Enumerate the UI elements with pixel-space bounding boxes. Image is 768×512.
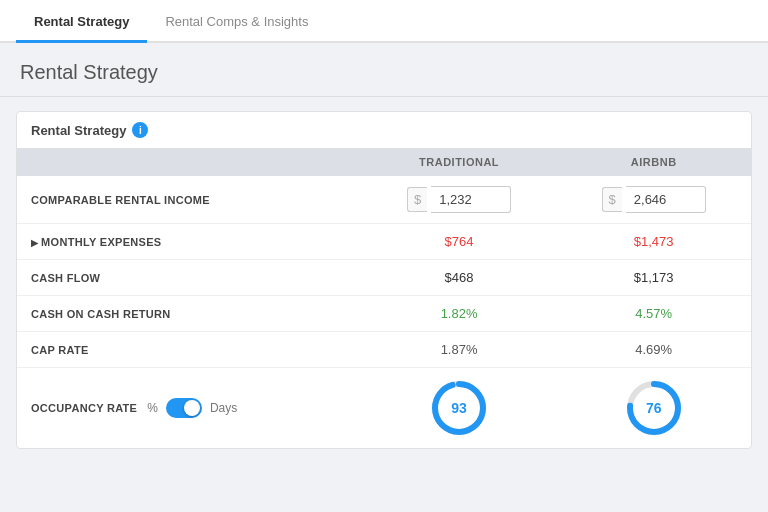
value-traditional-cap-rate: 1.87%: [441, 342, 478, 357]
donut-wrap-traditional: 93: [429, 378, 489, 438]
tab-rental-comps[interactable]: Rental Comps & Insights: [147, 0, 326, 41]
cell-traditional-cash-flow: $468: [362, 260, 557, 296]
cell-airbnb-comparable: $: [556, 176, 751, 224]
value-traditional-cash-flow: $468: [445, 270, 474, 285]
label-cash-on-cash-return: CASH ON CASH RETURN: [31, 308, 171, 320]
row-occupancy-rate: OCCUPANCY RATE % Days: [17, 368, 751, 449]
col-header-traditional: TRADITIONAL: [362, 148, 557, 176]
label-occupancy-rate: OCCUPANCY RATE: [31, 402, 137, 414]
label-monthly-expenses[interactable]: MONTHLY EXPENSES: [31, 236, 161, 248]
donut-wrap-airbnb: 76: [624, 378, 684, 438]
input-airbnb-rental-income[interactable]: [626, 186, 706, 213]
cell-airbnb-cap-rate: 4.69%: [556, 332, 751, 368]
toggle-switch[interactable]: [166, 398, 202, 418]
page-title-section: Rental Strategy: [0, 43, 768, 97]
donut-traditional: 93: [376, 378, 543, 438]
row-cap-rate: CAP RATE 1.87% 4.69%: [17, 332, 751, 368]
input-traditional-rental-income[interactable]: [431, 186, 511, 213]
label-cash-flow: CASH FLOW: [31, 272, 100, 284]
input-group-airbnb: $: [570, 186, 737, 213]
row-monthly-expenses: MONTHLY EXPENSES $764 $1,473: [17, 224, 751, 260]
donut-value-airbnb: 76: [646, 400, 662, 416]
donut-value-traditional: 93: [451, 400, 467, 416]
page-title: Rental Strategy: [20, 61, 748, 84]
rental-strategy-table: TRADITIONAL AIRBNB COMPARABLE RENTAL INC…: [17, 148, 751, 448]
section-header: Rental Strategy i: [17, 112, 751, 148]
tab-rental-strategy[interactable]: Rental Strategy: [16, 0, 147, 41]
value-airbnb-cocr: 4.57%: [635, 306, 672, 321]
cell-traditional-cap-rate: 1.87%: [362, 332, 557, 368]
col-header-airbnb: AIRBNB: [556, 148, 751, 176]
label-cap-rate: CAP RATE: [31, 344, 89, 356]
toggle-percent-label: %: [147, 401, 158, 415]
cell-traditional-cocr: 1.82%: [362, 296, 557, 332]
info-icon[interactable]: i: [132, 122, 148, 138]
donut-airbnb: 76: [570, 378, 737, 438]
value-airbnb-cash-flow: $1,173: [634, 270, 674, 285]
cell-traditional-occupancy: 93: [362, 368, 557, 449]
value-airbnb-cap-rate: 4.69%: [635, 342, 672, 357]
main-content: Rental Strategy i TRADITIONAL AIRBNB COM…: [16, 111, 752, 449]
toggle-row: % Days: [147, 398, 237, 418]
row-cash-flow: CASH FLOW $468 $1,173: [17, 260, 751, 296]
value-traditional-cocr: 1.82%: [441, 306, 478, 321]
cell-airbnb-cash-flow: $1,173: [556, 260, 751, 296]
cell-airbnb-monthly-expenses: $1,473: [556, 224, 751, 260]
tabs-bar: Rental Strategy Rental Comps & Insights: [0, 0, 768, 43]
cell-traditional-comparable: $: [362, 176, 557, 224]
col-header-empty: [17, 148, 362, 176]
cell-label-occupancy: OCCUPANCY RATE % Days: [17, 368, 362, 449]
value-airbnb-monthly-expenses: $1,473: [634, 234, 674, 249]
cell-traditional-monthly-expenses: $764: [362, 224, 557, 260]
section-title: Rental Strategy: [31, 123, 126, 138]
cell-airbnb-cocr: 4.57%: [556, 296, 751, 332]
row-cash-on-cash-return: CASH ON CASH RETURN 1.82% 4.57%: [17, 296, 751, 332]
label-comparable-rental-income: COMPARABLE RENTAL INCOME: [31, 194, 210, 206]
input-group-traditional: $: [376, 186, 543, 213]
dollar-sign-traditional: $: [407, 187, 427, 212]
row-comparable-rental-income: COMPARABLE RENTAL INCOME $ $: [17, 176, 751, 224]
toggle-days-label: Days: [210, 401, 237, 415]
cell-airbnb-occupancy: 76: [556, 368, 751, 449]
dollar-sign-airbnb: $: [602, 187, 622, 212]
value-traditional-monthly-expenses: $764: [445, 234, 474, 249]
